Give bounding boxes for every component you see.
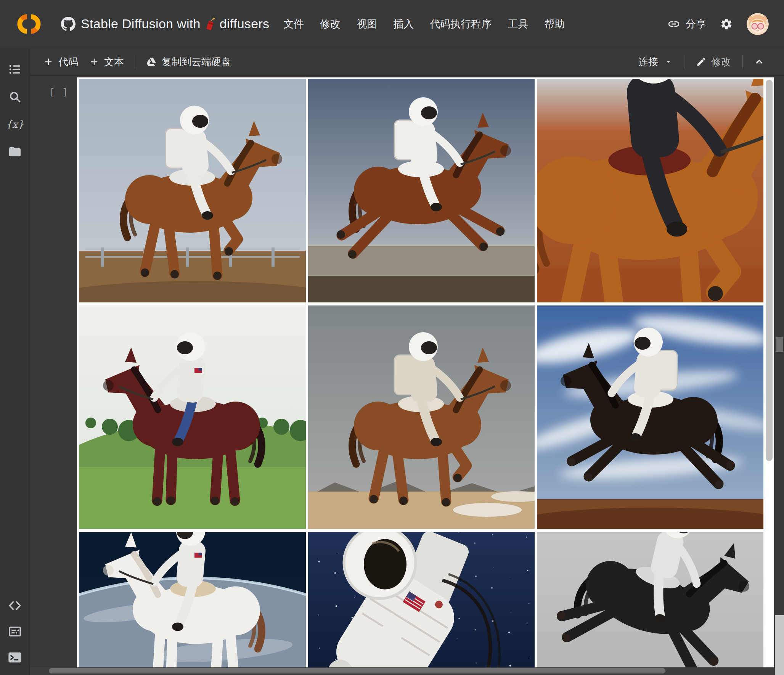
menu-view[interactable]: 视图 [349,13,385,35]
firecracker-icon [204,18,216,31]
toolbar-divider [684,55,684,69]
horizontal-scrollbar [30,667,775,675]
output-image-3 [537,79,763,302]
terminal-icon[interactable] [6,649,23,666]
settings-button[interactable] [720,18,733,31]
chevron-down-icon [664,58,673,66]
output-scrollbar-thumb[interactable] [766,80,773,461]
toolbar-right: 连接 修改 [632,52,770,72]
cell-run-marker[interactable]: [ ] [49,87,69,98]
copy-to-drive-label: 复制到云端硬盘 [162,55,231,69]
menu-bar: 文件 修改 视图 插入 代码执行程序 工具 帮助 [275,13,573,35]
add-code-button[interactable]: 代码 [38,52,84,72]
menu-edit[interactable]: 修改 [312,13,349,35]
github-icon[interactable] [61,17,76,31]
output-image-5 [308,305,535,529]
output-image-1 [79,79,306,302]
notebook-content: [ ] [30,76,784,675]
plus-icon [43,56,54,67]
link-icon [667,18,680,31]
code-snippets-icon[interactable] [6,597,23,614]
title-text-pre: Stable Diffusion with [81,16,201,31]
variables-icon[interactable]: {x} [6,116,23,133]
edit-mode-label: 修改 [711,55,731,69]
menu-tools[interactable]: 工具 [500,13,536,35]
connect-button[interactable]: 连接 [632,52,679,72]
drive-icon [146,56,157,68]
notebook-title[interactable]: Stable Diffusion with diffusers [81,16,269,31]
toolbar-divider [135,55,135,69]
share-label: 分享 [686,17,706,31]
output-image-6 [537,305,763,529]
menu-file[interactable]: 文件 [275,13,312,35]
command-palette-icon[interactable] [6,623,23,640]
edit-mode-button[interactable]: 修改 [690,52,737,72]
page-scrollbar-thumb[interactable] [776,337,783,352]
add-text-button[interactable]: 文本 [84,52,129,72]
notebook-toolbar: 代码 文本 复制到云端硬盘 连接 [30,48,784,76]
cell-output-panel [77,77,774,667]
header: Stable Diffusion with diffusers 文件 修改 视图… [0,0,784,48]
add-code-label: 代码 [58,55,78,69]
add-text-label: 文本 [104,55,124,69]
output-image-7 [79,532,306,667]
copy-to-drive-button[interactable]: 复制到云端硬盘 [140,52,236,72]
output-image-4 [79,305,306,529]
pencil-icon [696,56,707,67]
left-sidebar: {x} [0,48,30,675]
output-image-8 [308,532,535,667]
toolbar-divider [742,55,743,69]
search-icon[interactable] [6,88,23,105]
collapse-header-button[interactable] [748,53,770,71]
menu-runtime[interactable]: 代码执行程序 [422,13,500,35]
title-text-post: diffusers [220,16,270,31]
plus-icon [89,56,100,67]
connect-label: 连接 [638,55,658,69]
output-image-2 [308,79,535,302]
right-scroll-track [775,615,784,675]
sidebar-bottom [6,597,23,675]
files-icon[interactable] [6,143,23,160]
menu-help[interactable]: 帮助 [536,13,573,35]
header-actions: 分享 [667,13,769,35]
output-image-9 [537,532,763,667]
horizontal-scrollbar-thumb[interactable] [49,668,665,673]
colab-app: Stable Diffusion with diffusers 文件 修改 视图… [0,0,784,675]
menu-insert[interactable]: 插入 [385,13,422,35]
share-button[interactable]: 分享 [667,17,706,31]
table-of-contents-icon[interactable] [6,61,23,78]
user-avatar[interactable] [747,13,769,35]
colab-logo-icon[interactable] [13,13,45,35]
